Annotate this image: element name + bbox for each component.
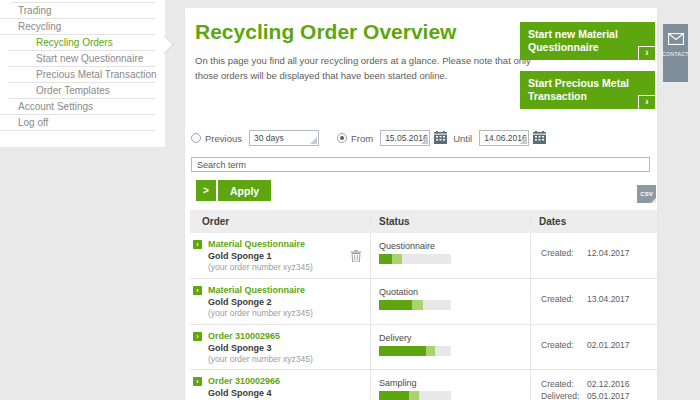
from-radio[interactable] [337,133,347,143]
date-label: Created: [541,379,587,391]
column-header-order: Order [190,216,370,227]
csv-export-label: CSV [640,191,652,197]
order-name: Gold Sponge 4 [208,387,313,399]
start-precious-metal-transaction-button[interactable]: Start Precious Metal Transaction › [520,71,655,109]
status-label: Quotation [379,287,530,297]
sidebar-item-recycling-orders[interactable]: Recycling Orders [9,35,155,51]
order-name: Gold Sponge 1 [208,250,313,262]
trash-icon[interactable] [351,248,361,266]
dropdown-grip-icon [310,137,317,144]
start-material-questionnaire-label: Start new Material Questionnaire [528,28,618,53]
search-input[interactable] [191,157,650,172]
apply-button[interactable]: > Apply [196,180,271,201]
order-note: (your order number xyz345) [208,354,313,365]
sidebar-item-precious-metal-transaction[interactable]: Precious Metal Transaction [9,67,155,83]
contact-tab[interactable]: CONTACT [663,24,688,82]
order-note: (your order number xyz345) [208,262,313,273]
until-label: Until [453,133,472,144]
start-precious-metal-transaction-label: Start Precious Metal Transaction [528,77,629,102]
arrow-right-icon: › [193,332,202,341]
date-label: Delivered: [541,391,587,400]
arrow-right-icon: › [638,46,655,60]
progress-bar [379,300,451,310]
orders-table: Order Status Dates › Material Questionna… [190,210,657,400]
sidebar-item-recycling[interactable]: Recycling [0,19,155,35]
progress-done [379,346,426,356]
order-note: (your order number xyz345) [208,308,313,319]
dropdown-grip-icon [520,137,527,144]
sidebar-item-trading[interactable]: Trading [0,3,155,19]
until-date-input[interactable]: 14.06.2016 [479,130,529,146]
calendar-icon[interactable] [533,131,546,146]
progress-done [379,254,392,264]
order-name: Gold Sponge 3 [208,342,313,354]
table-row[interactable]: › Order 310002966 Gold Sponge 4 (your or… [190,370,657,400]
table-row[interactable]: › Order 310002965 Gold Sponge 3 (your or… [190,325,657,371]
previous-label: Previous [205,133,242,144]
date-value: 02.01.2017 [587,340,630,352]
order-type[interactable]: Material Questionnaire [208,238,313,250]
csv-export-button[interactable]: CSV [637,185,656,203]
order-name: Gold Sponge 2 [208,296,313,308]
sidebar-item-start-new-questionnaire[interactable]: Start new Questionnaire [9,51,155,67]
intro-text: On this page you find all your recycling… [195,54,545,83]
previous-radio[interactable] [191,133,201,143]
sidebar-item-log-off[interactable]: Log off [0,115,155,131]
sidebar-item-order-templates[interactable]: Order Templates [9,83,155,99]
progress-bar [379,391,451,400]
progress-bar [379,346,451,356]
apply-button-label: Apply [218,180,271,201]
date-value: 13.04.2017 [587,294,630,306]
filter-bar: Previous 30 days From 15.05.2016 Until 1… [191,130,546,146]
progress-done [379,300,412,310]
date-label: Created: [541,248,587,260]
page-title: Recycling Order Overview [195,20,456,44]
order-type[interactable]: Material Questionnaire [208,284,313,296]
date-label: Created: [541,294,587,306]
status-label: Questionnaire [379,241,530,251]
progress-bar [379,254,451,264]
main-panel: Recycling Order Overview On this page yo… [185,8,657,400]
progress-pending [392,254,402,264]
from-date-input[interactable]: 15.05.2016 [380,130,430,146]
period-select[interactable]: 30 days [249,130,319,146]
arrow-right-icon: > [196,180,216,201]
order-number[interactable]: Order 310002966 [208,375,313,387]
status-label: Delivery [379,333,530,343]
arrow-right-icon: › [193,240,202,249]
arrow-right-icon: › [193,377,202,386]
progress-pending [412,300,423,310]
column-header-status: Status [370,216,530,227]
date-value: 05.01.2017 [587,391,630,400]
from-label: From [351,133,373,144]
table-row[interactable]: › Material Questionnaire Gold Sponge 1 (… [190,233,657,279]
date-value: 12.04.2017 [587,248,630,260]
sidebar: Trading Recycling Recycling Orders Start… [0,0,165,147]
calendar-icon[interactable] [434,131,447,146]
progress-pending [409,391,418,400]
contact-tab-label: CONTACT [662,51,689,57]
table-header: Order Status Dates [190,210,657,233]
order-number[interactable]: Order 310002965 [208,330,313,342]
sidebar-item-account-settings[interactable]: Account Settings [0,99,155,115]
period-select-value: 30 days [254,133,284,143]
progress-pending [426,346,435,356]
envelope-icon [668,33,684,45]
progress-done [379,391,409,400]
start-material-questionnaire-button[interactable]: Start new Material Questionnaire › [520,22,655,60]
table-row[interactable]: › Material Questionnaire Gold Sponge 2 (… [190,279,657,325]
date-label: Created: [541,340,587,352]
status-label: Sampling [379,378,530,388]
arrow-right-icon: › [638,95,655,109]
date-value: 02.12.2016 [587,379,630,391]
dropdown-grip-icon [421,137,428,144]
arrow-right-icon: › [193,286,202,295]
column-header-dates: Dates [530,216,657,227]
